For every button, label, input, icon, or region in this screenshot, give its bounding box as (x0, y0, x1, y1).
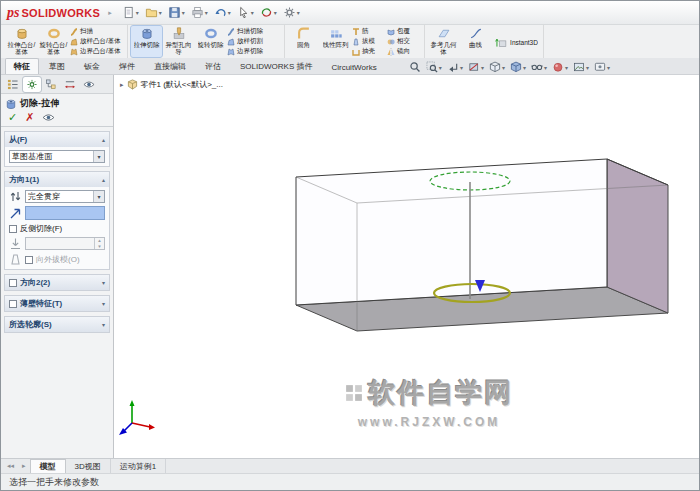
cut-revolve-icon (204, 27, 218, 40)
cancel-button[interactable]: ✗ (25, 112, 34, 123)
graphics-viewport[interactable]: ▸ 零件1 (默认<<默认>_... (114, 75, 699, 458)
ribbon-button-revolved-boss[interactable]: 旋转凸台/基体 (38, 26, 69, 57)
ribbon-stack: 扫描 放样凸台/基体 边界凸台/基体 (70, 26, 124, 57)
feature-tree-root-label: 零件1 (默认<<默认>_... (141, 79, 223, 90)
ribbon-button-label: 扫描 (80, 27, 93, 36)
display-manager-icon[interactable] (80, 77, 98, 92)
view-settings-icon[interactable]: ▾ (593, 60, 611, 74)
tab-features[interactable]: 特征 (5, 58, 39, 74)
tab-solidworks-addins[interactable]: SOLIDWORKS 插件 (231, 58, 321, 74)
section-direction2-header[interactable]: 方向2(2)▾ (5, 275, 109, 290)
chevron-down-icon: ▾ (565, 64, 568, 71)
model-right-face[interactable] (607, 159, 668, 313)
configuration-manager-icon[interactable] (42, 77, 60, 92)
apply-scene-icon[interactable]: ▾ (572, 60, 590, 74)
options-button[interactable]: ▾ (281, 4, 302, 21)
ribbon-button-boundary-boss[interactable]: 边界凸台/基体 (70, 47, 124, 56)
end-condition-dropdown[interactable]: 完全贯穿▾ (25, 190, 105, 203)
draft-outward-checkbox[interactable] (25, 256, 33, 264)
section-from-header[interactable]: 从(F)▴ (5, 132, 109, 147)
logo-text: SOLIDWORKS (21, 7, 100, 19)
ribbon-button-shell[interactable]: 抽壳 (352, 47, 386, 56)
ribbon-button-fillet[interactable]: 圆角 (288, 26, 319, 57)
ok-button[interactable]: ✓ (8, 112, 17, 123)
depth-row: ▲▼ (9, 237, 105, 250)
command-tab-strip: 特征 草图 钣金 焊件 直接编辑 评估 SOLIDWORKS 插件 Circui… (1, 58, 699, 75)
flip-direction-icon[interactable] (9, 190, 22, 203)
ribbon-group-reference: 参考几何体 曲线 Instant3D (425, 25, 544, 58)
previous-view-icon[interactable]: ▾ (446, 60, 464, 74)
section-direction1-header[interactable]: 方向1(1)▴ (5, 172, 109, 187)
tab-direct-editing[interactable]: 直接编辑 (145, 58, 195, 74)
direction2-checkbox[interactable] (9, 279, 17, 287)
undo-button[interactable]: ▾ (212, 4, 233, 21)
ribbon-button-linear-pattern[interactable]: 线性阵列 (320, 26, 351, 57)
ribbon-group-features: 圆角 线性阵列 筋 拔模 抽壳 包覆 相交 镜向 (285, 25, 425, 58)
doc-tab-motion-study[interactable]: 运动算例1 (111, 459, 166, 473)
view-orientation-icon[interactable]: ▾ (488, 60, 506, 74)
section-thin-feature-header[interactable]: 薄壁特征(T)▾ (5, 296, 109, 311)
ribbon-button-lofted-cut[interactable]: 放样切割 (227, 37, 281, 46)
display-style-icon[interactable]: ▾ (509, 60, 527, 74)
fillet-icon (297, 27, 311, 40)
ribbon-button-wrap[interactable]: 包覆 (387, 27, 421, 36)
zoom-to-area-icon[interactable]: ▾ (425, 60, 443, 74)
ribbon-button-extruded-cut[interactable]: 拉伸切除 (131, 26, 162, 57)
direction-reference-field[interactable] (25, 206, 105, 220)
tab-scroll-left-icon[interactable]: ◂◂ (3, 459, 18, 473)
ribbon-button-swept-boss[interactable]: 扫描 (70, 27, 124, 36)
detailed-preview-eye-icon[interactable] (42, 113, 55, 122)
menu-expand-icon[interactable]: ▸ (108, 9, 112, 17)
tree-expand-icon[interactable]: ▸ (120, 81, 124, 89)
dimxpert-manager-icon[interactable] (61, 77, 79, 92)
ribbon-button-draft[interactable]: 拔模 (352, 37, 386, 46)
select-button[interactable]: ▾ (235, 4, 256, 21)
from-plane-dropdown[interactable]: 草图基准面▾ (9, 150, 105, 163)
flip-side-checkbox[interactable] (9, 225, 17, 233)
zoom-to-fit-icon[interactable] (408, 60, 422, 74)
feature-tree-flyout[interactable]: ▸ 零件1 (默认<<默认>_... (120, 79, 223, 90)
open-button[interactable]: ▾ (143, 4, 164, 21)
section-selected-contours-header[interactable]: 所选轮廓(S)▾ (5, 317, 109, 332)
tab-circuitworks[interactable]: CircuitWorks (322, 60, 385, 74)
edit-appearance-icon[interactable]: ▾ (551, 60, 569, 74)
ribbon-button-hole-wizard[interactable]: 异型孔向导 (163, 26, 194, 57)
new-document-button[interactable]: ▾ (120, 4, 141, 21)
model-front-face[interactable] (296, 159, 607, 305)
curves-icon (469, 27, 483, 40)
ribbon-button-boundary-cut[interactable]: 边界切除 (227, 47, 281, 56)
ribbon-button-mirror[interactable]: 镜向 (387, 47, 421, 56)
tab-weldments[interactable]: 焊件 (110, 58, 144, 74)
ribbon-button-lofted-boss[interactable]: 放样凸台/基体 (70, 37, 124, 46)
hide-show-items-icon[interactable]: ▾ (530, 60, 548, 74)
doc-tab-3d-views[interactable]: 3D视图 (66, 459, 111, 473)
print-button[interactable]: ▾ (189, 4, 210, 21)
ribbon-button-reference-geometry[interactable]: 参考几何体 (428, 26, 459, 57)
ribbon-button-revolved-cut[interactable]: 旋转切除 (195, 26, 226, 57)
section-view-icon[interactable]: ▾ (467, 60, 485, 74)
save-button[interactable]: ▾ (166, 4, 187, 21)
ribbon-button-label: Instant3D (510, 39, 538, 46)
ribbon-button-instant3d[interactable]: Instant3D (492, 26, 540, 57)
ribbon-stack: 筋 拔模 抽壳 (352, 26, 386, 57)
tab-sketch[interactable]: 草图 (40, 58, 74, 74)
document-tab-bar: ◂◂ ▸ 模型 3D视图 运动算例1 (1, 458, 699, 473)
feature-manager-icon[interactable] (4, 77, 22, 92)
tab-scroll-right-icon[interactable]: ▸ (18, 459, 30, 473)
depth-spinner[interactable]: ▲▼ (25, 237, 105, 250)
ribbon-button-swept-cut[interactable]: 扫描切除 (227, 27, 281, 36)
spinner-arrows[interactable]: ▲▼ (94, 238, 104, 249)
ribbon-button-rib[interactable]: 筋 (352, 27, 386, 36)
ribbon-button-curves[interactable]: 曲线 (460, 26, 491, 57)
draft-icon[interactable] (9, 253, 22, 266)
tab-evaluate[interactable]: 评估 (196, 58, 230, 74)
thin-feature-checkbox[interactable] (9, 300, 17, 308)
doc-tab-model[interactable]: 模型 (30, 459, 66, 473)
chevron-down-icon: ▾ (523, 64, 526, 71)
ribbon-button-intersect[interactable]: 相交 (387, 37, 421, 46)
ribbon-button-extruded-boss[interactable]: 拉伸凸台/基体 (6, 26, 37, 57)
ribbon-button-label: 包覆 (397, 27, 410, 36)
property-manager-icon[interactable] (23, 77, 41, 92)
rebuild-button[interactable]: ▾ (258, 4, 279, 21)
tab-sheet-metal[interactable]: 钣金 (75, 58, 109, 74)
